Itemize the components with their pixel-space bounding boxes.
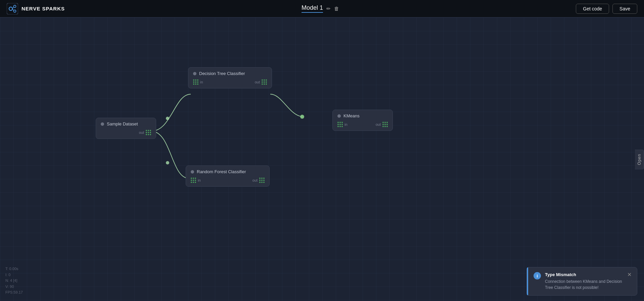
- svg-point-6: [166, 117, 169, 120]
- port-dots-out-sample-dataset: [146, 130, 151, 135]
- node-header-kmeans: KMeans: [337, 113, 388, 118]
- notification-title: Type Mismatch: [545, 272, 623, 277]
- header-actions: Get code Save: [576, 4, 637, 14]
- open-panel-tab[interactable]: Open: [635, 149, 644, 169]
- port-in-label-kmeans: in: [344, 122, 348, 126]
- svg-point-7: [166, 161, 169, 164]
- stat-i: I: 0: [5, 272, 23, 278]
- notification-message: Connection between KMeans and Decision T…: [545, 278, 623, 291]
- port-in-decision-tree[interactable]: in: [193, 79, 203, 85]
- node-sample-dataset[interactable]: Sample Dataset out: [96, 118, 156, 139]
- node-kmeans[interactable]: KMeans in out: [332, 110, 393, 131]
- header: NERVE SPARKS Model 1 ✏ 🗑 Get code Save: [0, 0, 644, 17]
- port-in-kmeans[interactable]: in: [337, 122, 348, 127]
- logo-icon: [7, 3, 18, 14]
- delete-model-button[interactable]: 🗑: [334, 6, 339, 11]
- port-dots-out-random-forest: [259, 178, 265, 183]
- get-code-button[interactable]: Get code: [576, 4, 609, 14]
- node-title-random-forest: Random Forest Classifier: [197, 169, 246, 174]
- stat-fps: FPS:59.17: [5, 290, 23, 296]
- edit-model-button[interactable]: ✏: [326, 6, 331, 12]
- notification-close-button[interactable]: ✕: [627, 272, 632, 277]
- port-in-random-forest[interactable]: in: [191, 178, 201, 183]
- stat-v: V: 90: [5, 284, 23, 290]
- node-ports-kmeans: in out: [337, 122, 388, 127]
- save-button[interactable]: Save: [612, 4, 637, 14]
- port-in-label-random-forest: in: [198, 178, 201, 182]
- node-title-decision-tree: Decision Tree Classifier: [199, 71, 245, 76]
- port-in-label-decision-tree: in: [200, 80, 203, 84]
- port-dots-in-random-forest: [191, 178, 196, 183]
- logo-text: NERVE SPARKS: [21, 6, 65, 11]
- node-status-dot-random-forest: [191, 170, 194, 174]
- node-random-forest[interactable]: Random Forest Classifier in out: [186, 165, 270, 187]
- node-header-decision-tree: Decision Tree Classifier: [193, 71, 267, 76]
- node-status-dot-sample-dataset: [101, 122, 104, 126]
- node-ports-random-forest: in out: [191, 178, 265, 183]
- port-dots-out-decision-tree: [262, 79, 267, 85]
- port-out-label-random-forest: out: [252, 178, 258, 182]
- node-status-dot-kmeans: [337, 114, 341, 118]
- port-out-random-forest[interactable]: out: [252, 178, 265, 183]
- model-title: Model 1: [302, 4, 323, 13]
- node-ports-decision-tree: in out: [193, 79, 267, 85]
- stat-n: N: 4 [4]: [5, 278, 23, 284]
- node-header-random-forest: Random Forest Classifier: [191, 169, 265, 174]
- model-title-area: Model 1 ✏ 🗑: [302, 4, 339, 13]
- node-decision-tree[interactable]: Decision Tree Classifier in out: [188, 67, 272, 88]
- port-out-label-decision-tree: out: [255, 80, 260, 84]
- notification-info-icon: i: [534, 272, 541, 279]
- svg-point-8: [300, 115, 304, 119]
- stats-panel: T: 0.00s I: 0 N: 4 [4] V: 90 FPS:59.17: [5, 266, 23, 296]
- notification-panel: i Type Mismatch Connection between KMean…: [526, 267, 637, 296]
- port-out-decision-tree[interactable]: out: [255, 79, 267, 85]
- connections-svg: [0, 17, 644, 301]
- port-dots-out-kmeans: [382, 122, 388, 127]
- node-header-sample-dataset: Sample Dataset: [101, 121, 151, 126]
- node-status-dot-decision-tree: [193, 72, 196, 75]
- port-dots-in-kmeans: [337, 122, 343, 127]
- logo-area: NERVE SPARKS: [7, 3, 65, 14]
- port-out-label-sample-dataset: out: [139, 130, 144, 135]
- notification-accent-bar: [527, 267, 528, 295]
- port-out-kmeans[interactable]: out: [376, 122, 388, 127]
- node-ports-sample-dataset: out: [101, 130, 151, 135]
- node-title-sample-dataset: Sample Dataset: [107, 121, 138, 126]
- port-out-label-kmeans: out: [376, 122, 381, 126]
- stat-t: T: 0.00s: [5, 266, 23, 272]
- notification-content: Type Mismatch Connection between KMeans …: [545, 272, 623, 291]
- node-title-kmeans: KMeans: [343, 113, 360, 118]
- canvas[interactable]: Decision Tree Classifier in out: [0, 17, 644, 301]
- port-out-sample-dataset[interactable]: out: [139, 130, 151, 135]
- port-dots-in-decision-tree: [193, 79, 198, 85]
